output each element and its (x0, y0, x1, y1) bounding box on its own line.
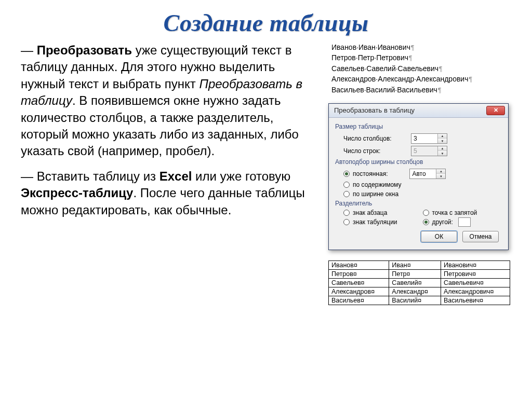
radio-fixed[interactable] (343, 171, 350, 177)
table-cell: Александров¤ (329, 287, 389, 296)
radio-paragraph[interactable] (343, 210, 350, 216)
table-cell: Иванов¤ (329, 260, 389, 269)
table-row: Александров¤ Александр¤ Александрович¤ (329, 287, 510, 296)
fixed-width-spinbox[interactable]: ▲ ▼ (409, 169, 446, 179)
table-row: Васильев¤ Василий¤ Васильевич¤ (329, 296, 510, 305)
spin-up-icon: ▲ (438, 146, 447, 152)
p2-b1: Excel (159, 169, 192, 183)
list-item: Савельев·Савелий·Савельевич (331, 63, 511, 74)
other-separator-input[interactable] (458, 217, 471, 227)
table-cell: Васильев¤ (329, 296, 389, 305)
rows-input (411, 146, 437, 156)
dialog-titlebar[interactable]: Преобразовать в таблицу ✕ (329, 104, 508, 118)
close-icon: ✕ (494, 107, 498, 114)
table-cell: Петров¤ (329, 269, 389, 278)
radio-tab-label: знак табуляции (353, 218, 397, 226)
table-cell: Савельевич¤ (441, 278, 510, 287)
radio-window[interactable] (343, 191, 350, 197)
dialog-title: Преобразовать в таблицу (334, 106, 415, 114)
spin-up-icon[interactable]: ▲ (436, 169, 445, 174)
radio-window-label: по ширине окна (353, 190, 398, 198)
radio-other[interactable] (423, 219, 429, 225)
page-title: Создание таблицы (0, 0, 532, 42)
group-autofit: Автоподбор ширины столбцов (335, 158, 502, 166)
convert-to-table-dialog: Преобразовать в таблицу ✕ Размер таблицы… (328, 103, 509, 250)
table-cell: Васильевич¤ (441, 296, 510, 305)
table-cell: Иван¤ (389, 260, 441, 269)
list-item: Александров·Александр·Александрович (331, 74, 511, 84)
list-item: Иванов·Иван·Иванович (331, 42, 511, 52)
rows-label: Число строк: (343, 147, 411, 155)
spin-down-icon[interactable]: ▼ (438, 139, 447, 143)
table-row: Иванов¤ Иван¤ Иванович¤ (329, 260, 510, 269)
ok-button[interactable]: ОК (421, 231, 457, 242)
table-cell: Александр¤ (389, 287, 441, 296)
p2-pre: — Вставить таблицу из (21, 169, 159, 183)
radio-content[interactable] (343, 182, 350, 188)
radio-other-label: другой: (432, 218, 453, 226)
radio-content-label: по содержимому (353, 181, 401, 188)
fixed-width-input[interactable] (410, 169, 436, 179)
p2-b2: Экспресс-таблицу (21, 186, 133, 200)
table-cell: Василий¤ (389, 296, 441, 305)
result-table: Иванов¤ Иван¤ Иванович¤ Петров¤ Петр¤ Пе… (328, 260, 510, 305)
radio-semicolon[interactable] (423, 210, 429, 216)
table-cell: Петр¤ (389, 269, 441, 278)
p1-b1: Преобразовать (37, 43, 132, 57)
spin-down-icon: ▼ (438, 151, 447, 156)
table-cell: Петрович¤ (441, 269, 510, 278)
radio-fixed-label: постоянная: (353, 170, 388, 177)
table-row: Петров¤ Петр¤ Петрович¤ (329, 269, 510, 278)
body-text: — Преобразовать уже существующий текст в… (21, 42, 318, 305)
spin-up-icon[interactable]: ▲ (438, 134, 447, 139)
cols-label: Число столбцов: (343, 135, 411, 142)
list-item: Петров·Петр·Петрович (331, 52, 511, 63)
table-cell: Савельев¤ (329, 278, 389, 287)
columns-input[interactable] (411, 134, 437, 143)
list-item: Васильев·Василий·Васильевич (331, 85, 511, 95)
close-button[interactable]: ✕ (486, 106, 505, 115)
table-cell: Иванович¤ (441, 260, 510, 269)
radio-semicolon-label: точка с запятой (432, 209, 477, 216)
p2-m1: или уже готовую (192, 169, 290, 183)
group-separator: Разделитель (335, 200, 502, 207)
p1-pre: — (21, 43, 37, 57)
radio-tab[interactable] (343, 219, 350, 225)
table-cell: Александрович¤ (441, 287, 510, 296)
rows-spinbox: ▲ ▼ (411, 146, 447, 156)
radio-paragraph-label: знак абзаца (353, 209, 387, 216)
group-table-size: Размер таблицы (335, 123, 502, 130)
cancel-button[interactable]: Отмена (462, 231, 499, 242)
source-text-list: Иванов·Иван·Иванович Петров·Петр·Петрови… (328, 42, 511, 95)
table-row: Савельев¤ Савелий¤ Савельевич¤ (329, 278, 510, 287)
table-cell: Савелий¤ (389, 278, 441, 287)
spin-down-icon[interactable]: ▼ (436, 174, 445, 179)
columns-spinbox[interactable]: ▲ ▼ (411, 133, 447, 144)
